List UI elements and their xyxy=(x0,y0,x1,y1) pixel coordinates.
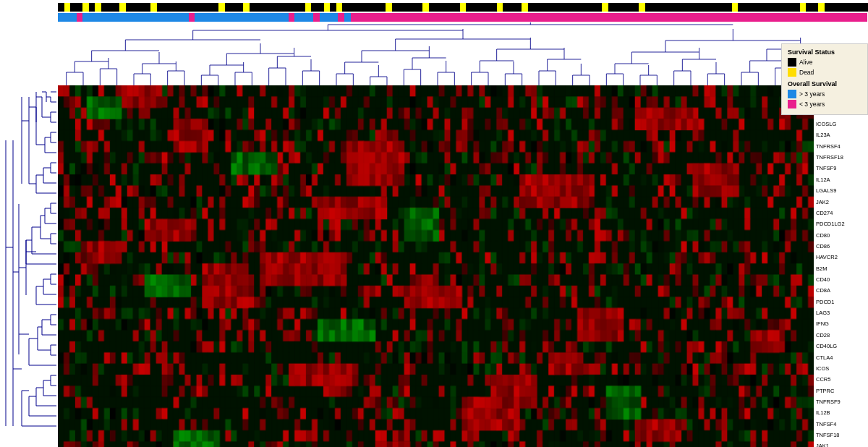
gene-label: CD40 xyxy=(816,277,868,283)
gene-label: TNFRSF18 xyxy=(816,155,868,161)
gene-labels: LDHALDHBLDHCICOSLGIL23ATNFRSF4TNFRSF18TN… xyxy=(814,85,868,447)
gene-label: ICOSLG xyxy=(816,122,868,127)
gene-label: JAK2 xyxy=(816,200,868,205)
gene-label: CTLA4 xyxy=(816,355,868,361)
gene-label: PDCD1 xyxy=(816,299,868,305)
gene-label: CD86 xyxy=(816,244,868,250)
gene-label: CCR5 xyxy=(816,377,868,383)
overall-survival-legend-title: Overall Survival xyxy=(788,80,861,88)
more3-swatch xyxy=(788,90,796,98)
less3-swatch xyxy=(788,100,796,108)
gene-label: LGALS9 xyxy=(816,188,868,194)
gene-label: TNFRSF9 xyxy=(816,399,868,405)
gene-label: IFNG xyxy=(816,321,868,327)
heatmap-canvas xyxy=(58,85,814,447)
dead-swatch xyxy=(788,68,796,77)
top-dendrogram xyxy=(58,22,868,85)
gene-label: CD80 xyxy=(816,233,868,239)
legend-less-3: < 3 years xyxy=(788,100,861,108)
gene-label: IL12A xyxy=(816,177,868,183)
gene-label: HAVCR2 xyxy=(816,255,868,260)
legend-box: Survival Status Alive Dead Overall Survi… xyxy=(781,43,868,115)
survival-status-legend-title: Survival Status xyxy=(788,48,861,56)
gene-label: TNFSF18 xyxy=(816,433,868,438)
gene-label: CD8A xyxy=(816,288,868,294)
alive-swatch xyxy=(788,58,796,67)
gene-label: PTPRC xyxy=(816,388,868,394)
gene-label: ICOS xyxy=(816,366,868,372)
gene-label: CD40LG xyxy=(816,344,868,349)
gene-label: B2M xyxy=(816,266,868,272)
heatmap-area: LDHALDHBLDHCICOSLGIL23ATNFRSF4TNFRSF18TN… xyxy=(58,85,868,447)
gene-label: TNFSF4 xyxy=(816,422,868,427)
survival-status-bar xyxy=(58,3,868,12)
gene-label: CD274 xyxy=(816,210,868,216)
gene-label: JAK1 xyxy=(816,443,868,447)
gene-label: IL23A xyxy=(816,132,868,138)
gene-label: IL12B xyxy=(816,410,868,416)
gene-label: TNFSF9 xyxy=(816,166,868,171)
overall-survival-bar xyxy=(58,13,868,22)
legend-more-3: > 3 years xyxy=(788,90,861,98)
legend-dead: Dead xyxy=(788,68,861,77)
gene-label: CD28 xyxy=(816,333,868,339)
gene-label: PDCD1LG2 xyxy=(816,221,868,227)
gene-label: TNFRSF4 xyxy=(816,144,868,150)
gene-label: LAG3 xyxy=(816,310,868,316)
legend-alive: Alive xyxy=(788,58,861,67)
